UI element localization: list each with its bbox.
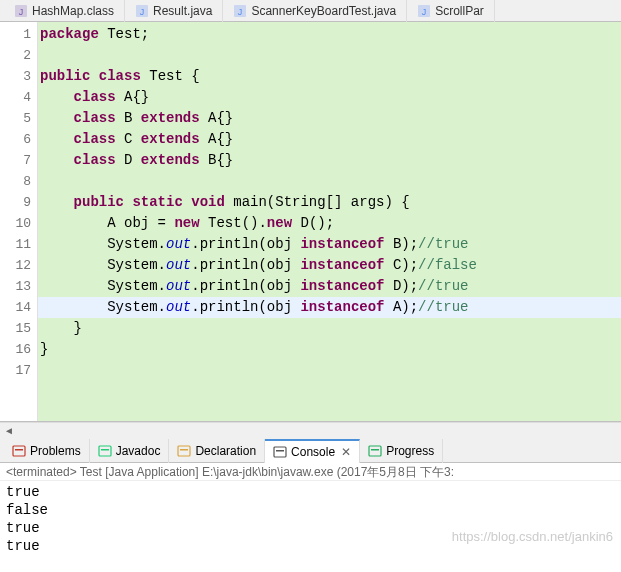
bottom-tab-problems[interactable]: Problems — [4, 439, 90, 463]
code-line[interactable]: class A{} — [38, 87, 621, 108]
editor-tab[interactable]: JScrollPar — [407, 0, 495, 22]
editor-tab[interactable]: JHashMap.class — [4, 0, 125, 22]
text-token: A obj = — [40, 215, 174, 231]
code-line[interactable] — [38, 360, 621, 381]
field-token: out — [166, 236, 191, 252]
code-line[interactable]: class D extends B{} — [38, 150, 621, 171]
code-editor[interactable]: package Test;public class Test { class A… — [38, 22, 621, 421]
text-token: Test { — [141, 68, 200, 84]
text-token: .println(obj — [191, 257, 300, 273]
field-token: out — [166, 257, 191, 273]
code-line[interactable]: } — [38, 318, 621, 339]
text-token: main(String[] args) { — [225, 194, 410, 210]
code-line[interactable]: public class Test { — [38, 66, 621, 87]
keyword-token: extends — [141, 131, 200, 147]
svg-rect-8 — [13, 446, 25, 456]
scroll-left-arrow-icon[interactable]: ◄ — [4, 425, 14, 436]
text-token: Test; — [99, 26, 149, 42]
editor-tab[interactable]: JResult.java — [125, 0, 223, 22]
line-number-gutter: 1234567891011121314151617 — [0, 22, 38, 421]
keyword-token: public static void — [74, 194, 225, 210]
text-token: } — [40, 320, 82, 336]
code-line[interactable]: A obj = new Test().new D(); — [38, 213, 621, 234]
console-output[interactable]: truefalsetruetrue — [0, 481, 621, 557]
bottom-tab-javadoc[interactable]: Javadoc — [90, 439, 170, 463]
keyword-token: package — [40, 26, 99, 42]
code-line[interactable]: public static void main(String[] args) { — [38, 192, 621, 213]
bottom-tab-label: Javadoc — [116, 444, 161, 458]
text-token: C); — [384, 257, 418, 273]
keyword-token: instanceof — [300, 278, 384, 294]
comment-token: //true — [418, 299, 468, 315]
editor-tab-label: Result.java — [153, 4, 212, 18]
editor-tabbar: JHashMap.classJResult.javaJScannerKeyBoa… — [0, 0, 621, 22]
svg-text:J: J — [238, 7, 243, 17]
console-status-line: <terminated> Test [Java Application] E:\… — [0, 463, 621, 481]
code-line[interactable]: class C extends A{} — [38, 129, 621, 150]
text-token: A); — [384, 299, 418, 315]
keyword-token: instanceof — [300, 299, 384, 315]
text-token: B — [116, 110, 141, 126]
text-token: C — [116, 131, 141, 147]
keyword-token: extends — [141, 110, 200, 126]
editor-area: 1234567891011121314151617 package Test;p… — [0, 22, 621, 422]
line-number: 10 — [0, 213, 37, 234]
keyword-token: class — [74, 131, 116, 147]
text-token: D(); — [292, 215, 334, 231]
bottom-tab-console[interactable]: Console✕ — [265, 439, 360, 463]
line-number: 13 — [0, 276, 37, 297]
editor-tab[interactable]: JScannerKeyBoardTest.java — [223, 0, 407, 22]
code-line[interactable]: class B extends A{} — [38, 108, 621, 129]
text-token: A{} — [200, 110, 234, 126]
field-token: out — [166, 278, 191, 294]
editor-horizontal-scrollbar[interactable]: ◄ — [0, 422, 621, 439]
text-token: System. — [40, 236, 166, 252]
text-token: B); — [384, 236, 418, 252]
line-number: 16 — [0, 339, 37, 360]
svg-rect-16 — [369, 446, 381, 456]
text-token: System. — [40, 278, 166, 294]
keyword-token: instanceof — [300, 257, 384, 273]
console-line: true — [6, 483, 615, 501]
close-tab-icon[interactable]: ✕ — [341, 445, 351, 459]
svg-rect-9 — [15, 449, 23, 451]
keyword-token: class — [74, 152, 116, 168]
java-file-icon: J — [233, 4, 247, 18]
bottom-tab-label: Declaration — [195, 444, 256, 458]
line-number: 15 — [0, 318, 37, 339]
code-line[interactable]: System.out.println(obj instanceof B);//t… — [38, 234, 621, 255]
code-line[interactable]: System.out.println(obj instanceof D);//t… — [38, 276, 621, 297]
line-number: 7 — [0, 150, 37, 171]
text-token: .println(obj — [191, 236, 300, 252]
problems-icon — [12, 444, 26, 458]
code-line[interactable]: } — [38, 339, 621, 360]
code-line[interactable] — [38, 45, 621, 66]
text-token: System. — [40, 257, 166, 273]
line-number: 12 — [0, 255, 37, 276]
field-token: out — [166, 299, 191, 315]
code-line[interactable]: System.out.println(obj instanceof C);//f… — [38, 255, 621, 276]
text-token — [40, 152, 74, 168]
comment-token: //false — [418, 257, 477, 273]
code-line[interactable] — [38, 171, 621, 192]
text-token — [40, 131, 74, 147]
code-line[interactable]: System.out.println(obj instanceof A);//t… — [38, 297, 621, 318]
java-file-icon: J — [135, 4, 149, 18]
line-number: 8 — [0, 171, 37, 192]
svg-rect-13 — [180, 449, 188, 451]
svg-text:J: J — [19, 7, 24, 17]
bottom-tab-declaration[interactable]: Declaration — [169, 439, 265, 463]
text-token: System. — [40, 299, 166, 315]
keyword-token: extends — [141, 152, 200, 168]
comment-token: //true — [418, 278, 468, 294]
bottom-tab-label: Progress — [386, 444, 434, 458]
console-icon — [273, 445, 287, 459]
text-token: D); — [384, 278, 418, 294]
comment-token: //true — [418, 236, 468, 252]
svg-text:J: J — [140, 7, 145, 17]
code-line[interactable]: package Test; — [38, 24, 621, 45]
text-token: .println(obj — [191, 278, 300, 294]
bottom-view-tabbar: ProblemsJavadocDeclarationConsole✕Progre… — [0, 439, 621, 463]
bottom-tab-progress[interactable]: Progress — [360, 439, 443, 463]
line-number: 2 — [0, 45, 37, 66]
